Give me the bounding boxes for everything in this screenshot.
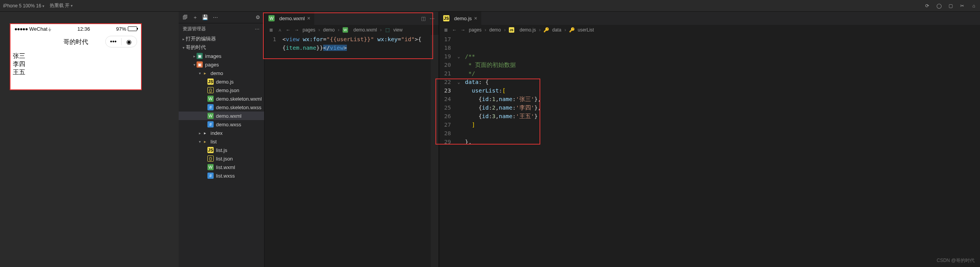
minimap[interactable] (431, 35, 439, 267)
code-area[interactable]: 1 <view wx:for="{{userList}}" wx:key="id… (265, 35, 439, 267)
wxss-icon: # (207, 121, 214, 127)
wxml-icon: W (207, 164, 214, 170)
tree-row[interactable]: ▸▣images (179, 52, 264, 60)
tree-label: demo.skeleton.wxss (216, 105, 261, 110)
list-icon[interactable]: ≣ (268, 27, 274, 33)
breadcrumb[interactable]: ≣ ← → pages› demo› JS demo.js› 🔑data› 🔑u… (439, 25, 980, 35)
status-bar: ●●●●● WeChat ⏚ 12:36 97% (10, 24, 141, 33)
folder-icon: ▸ (202, 130, 208, 136)
dir-icon: ▸ (202, 138, 208, 145)
list-item: 王五 (13, 68, 139, 77)
tree-row[interactable]: Wdemo.wxml (179, 112, 264, 120)
files-icon[interactable]: 🗐 (182, 14, 188, 21)
wxss-icon: # (207, 173, 214, 179)
explorer-panel: 🗐 ＋ 💾 ⋯ ⚙ 资源管理器 ⋯ ▸打开的编辑器 ▾哥的时代 ▸▣images… (179, 12, 264, 267)
save-icon[interactable]: 💾 (202, 14, 208, 21)
hot-reload-toggle[interactable]: 热重载 开 (50, 2, 73, 9)
tree-row[interactable]: {}list.json (179, 154, 264, 163)
tab-demo-wxml[interactable]: W demo.wxml × (265, 12, 315, 25)
stop-icon[interactable]: ◯ (936, 3, 942, 9)
page-title: 哥的时代 (63, 38, 88, 46)
tree-row[interactable]: #demo.skeleton.wxss (179, 103, 264, 112)
editor-wxml: W demo.wxml × ◫ ⋯ ≣ ⟑ ← → pages› demo› W… (264, 12, 439, 267)
close-icon[interactable]: × (474, 15, 477, 21)
simulator-panel: ●●●●● WeChat ⏚ 12:36 97% 哥的时代 ••• ◉ 张三李四… (0, 12, 179, 267)
settings-icon[interactable]: ⚙ (255, 14, 261, 21)
tree-label: list.js (216, 147, 227, 153)
device-selector[interactable]: iPhone 5 100% 16 (3, 3, 44, 9)
toolbar-icon[interactable]: ⋯ (212, 14, 218, 21)
tree-row[interactable]: {}demo.json (179, 86, 264, 94)
js-icon: JS (207, 147, 214, 153)
tab-demo-js[interactable]: JS demo.js × (439, 12, 482, 25)
tree-open-editors[interactable]: ▸打开的编辑器 (179, 35, 264, 43)
tree-label: demo.wxml (216, 113, 242, 119)
device-icon[interactable]: ▢ (947, 3, 954, 9)
tree-row[interactable]: ▸▸index (179, 129, 264, 137)
tree-label: demo (211, 70, 223, 76)
back-icon[interactable]: ← (452, 27, 457, 33)
tree-row[interactable]: JSdemo.js (179, 77, 264, 86)
more-icon[interactable]: ⋯ (255, 26, 260, 32)
pages-icon: ▣ (197, 61, 203, 68)
list-item: 张三 (13, 52, 139, 60)
wxml-icon: W (207, 96, 214, 102)
close-icon[interactable]: × (307, 15, 310, 21)
editor-js: JS demo.js × ≣ ← → pages› demo› JS demo.… (439, 12, 980, 267)
split-icon[interactable]: ◫ (421, 16, 426, 21)
app-toolbar: iPhone 5 100% 16 热重载 开 ⟳ ◯ ▢ ✂ ⌂ (0, 0, 980, 12)
json-icon: {} (207, 155, 214, 162)
tab-bar: JS demo.js × (439, 12, 980, 25)
tree-label: index (211, 130, 223, 136)
tree-label: list.wxml (216, 164, 235, 170)
tree-row[interactable]: ▾▸list (179, 137, 264, 146)
tree-label: images (205, 53, 221, 59)
tree-label: list.wxss (216, 173, 235, 179)
img-icon: ▣ (197, 53, 203, 59)
bookmark-icon[interactable]: ⟑ (277, 27, 282, 33)
tree-row[interactable]: ▾▸demo (179, 69, 264, 77)
new-file-icon[interactable]: ＋ (192, 14, 198, 21)
tree-row[interactable]: #list.wxss (179, 171, 264, 180)
wxml-icon: W (207, 113, 214, 119)
capsule-more-icon[interactable]: ••• (106, 38, 121, 45)
more-icon[interactable]: ⋯ (430, 16, 435, 21)
capsule[interactable]: ••• ◉ (105, 36, 137, 47)
tree-label: pages (205, 62, 219, 68)
tree-row[interactable]: Wlist.wxml (179, 163, 264, 171)
page-content: 张三李四王五 (10, 51, 141, 89)
breadcrumb[interactable]: ≣ ⟑ ← → pages› demo› W demo.wxml› ⬚ view (265, 25, 439, 35)
home-icon[interactable]: ⌂ (971, 3, 977, 9)
dir-icon: ▸ (202, 70, 208, 76)
tree-label: list (211, 139, 217, 145)
battery-pct: 97% (116, 26, 126, 32)
tree-row[interactable]: Wdemo.skeleton.wxml (179, 94, 264, 103)
tree-row[interactable]: ▾▣pages (179, 60, 264, 69)
tree-label: demo.js (216, 79, 234, 85)
tree-label: demo.skeleton.wxml (216, 96, 262, 102)
wifi-icon: ⏚ (48, 26, 51, 32)
tree-row[interactable]: #demo.wxss (179, 120, 264, 129)
tab-bar: W demo.wxml × ◫ ⋯ (265, 12, 439, 25)
code-area[interactable]: 17 18 19 20 21 22 23 24 25 26 27 28 29 ⌄… (439, 35, 980, 267)
js-icon: JS (443, 15, 449, 21)
tree-label: list.json (216, 156, 233, 162)
list-icon[interactable]: ≣ (443, 27, 449, 33)
list-item: 李四 (13, 60, 139, 68)
forward-icon[interactable]: → (294, 27, 299, 33)
file-tree: ▸打开的编辑器 ▾哥的时代 ▸▣images▾▣pages▾▸demoJSdem… (179, 35, 264, 267)
back-icon[interactable]: ← (285, 27, 291, 33)
refresh-icon[interactable]: ⟳ (924, 3, 930, 9)
js-icon: JS (207, 79, 214, 85)
tree-project-root[interactable]: ▾哥的时代 (179, 43, 264, 52)
tree-label: demo.wxss (216, 122, 241, 127)
tree-row[interactable]: JSlist.js (179, 146, 264, 154)
forward-icon[interactable]: → (460, 27, 466, 33)
wxss-icon: # (207, 104, 214, 110)
status-time: 12:36 (51, 26, 116, 32)
capsule-close-icon[interactable]: ◉ (122, 38, 137, 45)
json-icon: {} (207, 87, 214, 93)
device-frame: ●●●●● WeChat ⏚ 12:36 97% 哥的时代 ••• ◉ 张三李四… (10, 23, 142, 90)
tree-label: demo.json (216, 87, 239, 93)
cut-icon[interactable]: ✂ (959, 3, 965, 9)
